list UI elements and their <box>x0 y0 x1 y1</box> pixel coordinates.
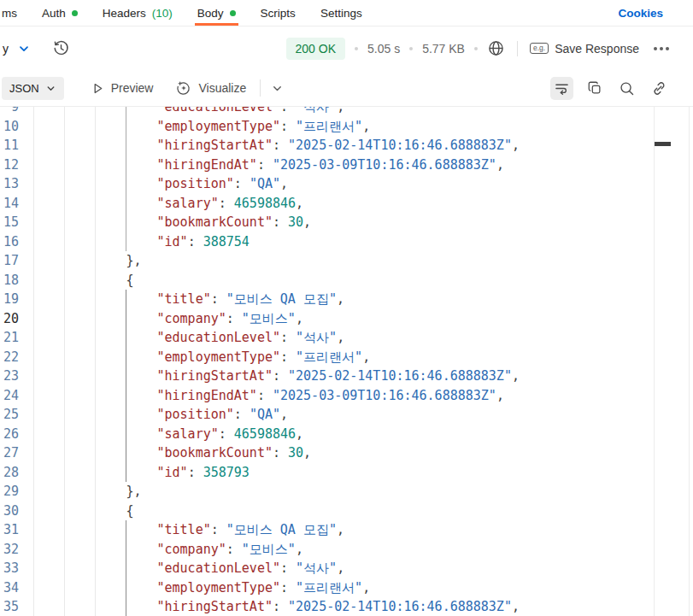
code-line[interactable]: 14 "salary": 46598846, <box>0 194 693 214</box>
tab-params-partial[interactable]: ms <box>2 0 17 26</box>
code-text: "hiringStartAt": "2025-02-14T10:16:46.68… <box>19 597 520 616</box>
scroll-position-marker[interactable] <box>655 142 671 146</box>
tab-settings[interactable]: Settings <box>320 0 362 26</box>
tab-scripts[interactable]: Scripts <box>261 0 296 26</box>
tab-auth-label: Auth <box>42 7 66 20</box>
code-text: "hiringStartAt": "2025-02-14T10:16:46.68… <box>19 136 520 155</box>
code-line[interactable]: 25 "position": "QA", <box>0 405 693 425</box>
code-text: { <box>19 502 133 521</box>
response-size[interactable]: 5.77 KB <box>422 42 465 56</box>
link-button[interactable] <box>648 77 671 100</box>
code-text: "hiringEndAt": "2025-03-09T10:16:46.6888… <box>19 155 504 175</box>
search-button[interactable] <box>615 77 638 100</box>
line-number: 16 <box>0 232 19 252</box>
code-line[interactable]: 19 "title": "모비스 QA 모집", <box>0 290 693 309</box>
auth-status-dot <box>72 10 78 16</box>
code-line[interactable]: 12 "hiringEndAt": "2025-03-09T10:16:46.6… <box>0 155 693 175</box>
code-line[interactable]: 31 "title": "모비스 QA 모집", <box>0 520 693 540</box>
tab-headers-label: Headers <box>103 7 146 20</box>
tab-auth[interactable]: Auth <box>42 0 78 26</box>
code-text: "educationLevel": "석사", <box>19 559 344 578</box>
save-response-label: Save Response <box>555 42 639 56</box>
tab-body[interactable]: Body <box>197 0 236 26</box>
code-text: "bookmarkCount": 30, <box>19 213 311 232</box>
response-section-label: y <box>3 42 9 56</box>
code-line[interactable]: 10 "employmentType": "프리랜서", <box>0 117 693 137</box>
line-number: 21 <box>0 328 19 348</box>
response-body-editor[interactable]: 9 "educationLevel": "석사",10 "employmentT… <box>0 107 693 616</box>
response-time[interactable]: 5.05 s <box>367 42 400 56</box>
line-number: 29 <box>0 482 19 502</box>
link-icon <box>651 80 667 97</box>
code-text: "company": "모비스", <box>19 309 303 329</box>
line-number: 24 <box>0 386 19 406</box>
code-line[interactable]: 28 "id": 358793 <box>0 463 693 483</box>
chevron-down-icon[interactable] <box>271 82 284 95</box>
code-line[interactable]: 27 "bookmarkCount": 30, <box>0 443 693 463</box>
code-line[interactable]: 21 "educationLevel": "석사", <box>0 328 693 348</box>
wrap-text-button[interactable] <box>550 77 573 100</box>
code-text: "title": "모비스 QA 모집", <box>19 520 344 540</box>
chevron-down-icon <box>45 83 56 94</box>
format-select-value: JSON <box>9 82 39 95</box>
code-line[interactable]: 30 { <box>0 502 693 521</box>
line-number: 25 <box>0 405 19 425</box>
body-status-dot <box>230 10 236 16</box>
visualize-button[interactable]: Visualize <box>175 80 246 97</box>
scrollbar-track-line[interactable] <box>654 107 655 616</box>
code-text: "salary": 46598846, <box>19 194 303 214</box>
wrap-text-icon <box>554 80 570 97</box>
tab-scripts-label: Scripts <box>261 7 296 20</box>
tab-params-label: ms <box>2 7 17 20</box>
line-number: 23 <box>0 367 19 386</box>
search-icon <box>619 80 635 97</box>
panel-border <box>689 107 690 616</box>
response-status-bar: y 200 OK 5.05 s 5.77 KB e.g. Save Respon… <box>0 26 693 70</box>
tab-headers[interactable]: Headers (10) <box>103 0 173 26</box>
history-icon[interactable] <box>52 39 70 57</box>
line-number: 15 <box>0 213 19 232</box>
line-number: 17 <box>0 251 19 271</box>
code-line[interactable]: 29 }, <box>0 482 693 502</box>
cookies-link[interactable]: Cookies <box>618 7 663 20</box>
code-line[interactable]: 9 "educationLevel": "석사", <box>0 107 693 117</box>
code-line[interactable]: 33 "educationLevel": "석사", <box>0 559 693 578</box>
code-line[interactable]: 18 { <box>0 271 693 290</box>
code-text: "educationLevel": "석사", <box>19 107 344 117</box>
code-line[interactable]: 17 }, <box>0 251 693 271</box>
format-select[interactable]: JSON <box>2 77 64 100</box>
line-number: 26 <box>0 425 19 444</box>
code-line[interactable]: 13 "position": "QA", <box>0 174 693 194</box>
line-number: 12 <box>0 155 19 175</box>
separator-dot <box>474 47 478 50</box>
more-options-icon[interactable] <box>654 47 669 50</box>
line-number: 19 <box>0 290 19 309</box>
code-line[interactable]: 11 "hiringStartAt": "2025-02-14T10:16:46… <box>0 136 693 155</box>
viewer-actions <box>550 77 671 100</box>
code-line[interactable]: 23 "hiringStartAt": "2025-02-14T10:16:46… <box>0 367 693 386</box>
chevron-down-icon[interactable] <box>17 42 31 56</box>
divider <box>260 79 261 97</box>
preview-button[interactable]: Preview <box>91 81 154 95</box>
code-line[interactable]: 34 "employmentType": "프리랜서", <box>0 578 693 598</box>
code-line[interactable]: 32 "company": "모비스", <box>0 540 693 560</box>
code-line[interactable]: 35 "hiringStartAt": "2025-02-14T10:16:46… <box>0 597 693 616</box>
code-text: "bookmarkCount": 30, <box>19 443 311 463</box>
code-line[interactable]: 22 "employmentType": "프리랜서", <box>0 348 693 367</box>
globe-icon[interactable] <box>487 39 505 57</box>
wand-icon <box>175 80 191 97</box>
status-badge[interactable]: 200 OK <box>286 38 345 60</box>
code-line[interactable]: 26 "salary": 46598846, <box>0 425 693 444</box>
save-response-button[interactable]: e.g. Save Response <box>530 42 639 56</box>
divider <box>517 41 518 56</box>
code-line[interactable]: 15 "bookmarkCount": 30, <box>0 213 693 232</box>
code-text: "employmentType": "프리랜서", <box>19 348 370 367</box>
line-number: 34 <box>0 578 19 598</box>
code-text: "salary": 46598846, <box>19 425 303 444</box>
code-line[interactable]: 24 "hiringEndAt": "2025-03-09T10:16:46.6… <box>0 386 693 406</box>
play-icon <box>91 82 104 95</box>
code-text: "employmentType": "프리랜서", <box>19 117 370 137</box>
code-line[interactable]: 20 "company": "모비스", <box>0 309 693 329</box>
code-line[interactable]: 16 "id": 388754 <box>0 232 693 252</box>
copy-button[interactable] <box>583 77 606 100</box>
